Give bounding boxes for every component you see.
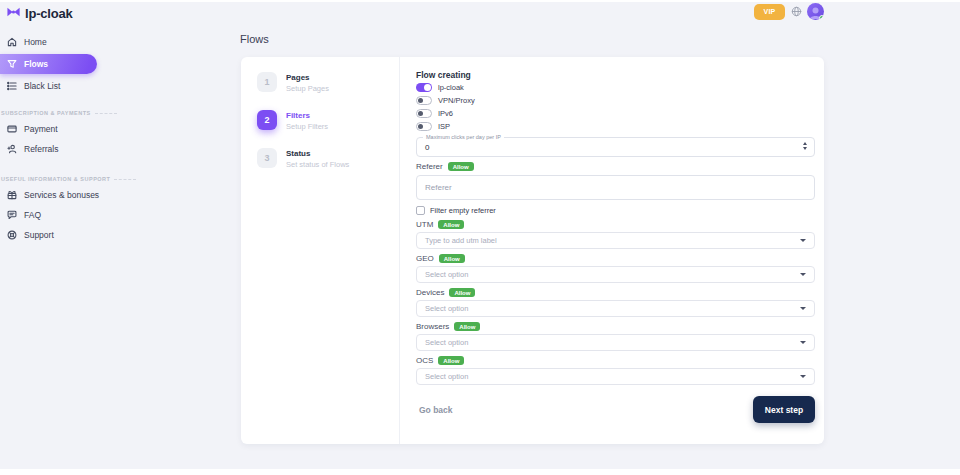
toggle-row-isp: ISP bbox=[416, 121, 815, 131]
credit-card-icon bbox=[7, 124, 17, 134]
go-back-button[interactable]: Go back bbox=[416, 405, 453, 415]
step-subtitle: Set status of Flows bbox=[286, 160, 349, 169]
devices-allow-badge[interactable]: Allow bbox=[449, 288, 475, 297]
form-footer: Go back Next step bbox=[416, 396, 815, 423]
sidebar-item-black-list[interactable]: Black List bbox=[0, 76, 230, 96]
devices-select[interactable]: Select option bbox=[416, 300, 815, 317]
chat-icon bbox=[7, 210, 17, 220]
browsers-allow-badge[interactable]: Allow bbox=[454, 322, 480, 331]
vip-button[interactable]: VIP bbox=[754, 4, 785, 20]
referer-label-row: Referer Allow bbox=[416, 162, 815, 171]
gift-icon bbox=[7, 190, 17, 200]
step-subtitle: Setup Filters bbox=[286, 122, 328, 131]
toggle-row-vpn-proxy: VPN/Proxy bbox=[416, 95, 815, 105]
sidebar: Home Flows Black List SUBSCRIPTION & PAY… bbox=[0, 32, 230, 245]
list-icon bbox=[7, 81, 17, 91]
step-pages[interactable]: 1 Pages Setup Pages bbox=[257, 72, 399, 93]
sidebar-item-referrals[interactable]: Referrals bbox=[0, 139, 230, 159]
step-title: Filters bbox=[286, 111, 328, 120]
ocs-label-row: OCS Allow bbox=[416, 356, 815, 365]
step-title: Status bbox=[286, 149, 349, 158]
flows-icon bbox=[7, 59, 17, 69]
step-subtitle: Setup Pages bbox=[286, 84, 329, 93]
home-icon bbox=[7, 37, 17, 47]
sidebar-item-services[interactable]: Services & bonuses bbox=[0, 185, 230, 205]
step-status[interactable]: 3 Status Set status of Flows bbox=[257, 148, 399, 169]
empty-referrer-checkbox[interactable] bbox=[416, 206, 425, 215]
next-step-button[interactable]: Next step bbox=[753, 396, 815, 423]
browsers-label-row: Browsers Allow bbox=[416, 322, 815, 331]
sidebar-item-payment[interactable]: Payment bbox=[0, 119, 230, 139]
ocs-select[interactable]: Select option bbox=[416, 368, 815, 385]
vpn-proxy-toggle[interactable] bbox=[416, 96, 432, 105]
logo-bowtie-icon bbox=[6, 4, 21, 22]
utm-label-row: UTM Allow bbox=[416, 220, 815, 229]
sidebar-item-faq[interactable]: FAQ bbox=[0, 205, 230, 225]
utm-select[interactable]: Type to add utm label bbox=[416, 232, 815, 249]
max-clicks-label: Maximum clicks per day per IP bbox=[423, 134, 504, 140]
ocs-allow-badge[interactable]: Allow bbox=[438, 356, 464, 365]
geo-allow-badge[interactable]: Allow bbox=[439, 254, 465, 263]
isp-toggle[interactable] bbox=[416, 122, 432, 131]
chevron-down-icon bbox=[800, 273, 806, 276]
geo-label-row: GEO Allow bbox=[416, 254, 815, 263]
lifebuoy-icon bbox=[7, 230, 17, 240]
page-title: Flows bbox=[240, 33, 269, 45]
max-clicks-field[interactable]: Maximum clicks per day per IP 0 bbox=[416, 137, 815, 157]
flow-creating-form: Flow creating lp-cloak VPN/Proxy IPv6 IS… bbox=[416, 57, 815, 423]
sidebar-item-flows[interactable]: Flows bbox=[0, 54, 97, 74]
stepper: 1 Pages Setup Pages 2 Filters Setup Filt… bbox=[241, 57, 399, 186]
sidebar-section-support: USEFUL INFORMATION & SUPPORT bbox=[0, 176, 230, 182]
app-logo[interactable]: lp-cloak bbox=[6, 4, 73, 22]
lp-cloak-toggle[interactable] bbox=[416, 83, 432, 92]
utm-allow-badge[interactable]: Allow bbox=[438, 220, 464, 229]
devices-label-row: Devices Allow bbox=[416, 288, 815, 297]
geo-select[interactable]: Select option bbox=[416, 266, 815, 283]
sidebar-item-home[interactable]: Home bbox=[0, 32, 230, 52]
referer-allow-badge[interactable]: Allow bbox=[448, 162, 474, 171]
user-avatar[interactable] bbox=[807, 3, 824, 20]
card-divider bbox=[399, 57, 400, 444]
browsers-select[interactable]: Select option bbox=[416, 334, 815, 351]
step-title: Pages bbox=[286, 73, 329, 82]
language-globe-icon[interactable] bbox=[790, 6, 802, 18]
sidebar-item-support[interactable]: Support bbox=[0, 225, 230, 245]
number-stepper-icon[interactable] bbox=[803, 142, 807, 150]
logo-text: lp-cloak bbox=[25, 6, 73, 21]
chevron-down-icon bbox=[800, 307, 806, 310]
filter-empty-referrer-row[interactable]: Filter empty referrer bbox=[416, 205, 815, 215]
online-status-dot bbox=[819, 15, 824, 20]
flow-creation-card: 1 Pages Setup Pages 2 Filters Setup Filt… bbox=[241, 57, 824, 444]
person-add-icon bbox=[7, 144, 17, 154]
referer-input[interactable] bbox=[416, 175, 815, 200]
top-divider bbox=[0, 0, 960, 2]
toggle-row-lp-cloak: lp-cloak bbox=[416, 82, 815, 92]
sidebar-section-subscription: SUBSCRIPTION & PAYMENTS bbox=[0, 110, 230, 116]
chevron-down-icon bbox=[800, 341, 806, 344]
bottom-strip bbox=[0, 469, 960, 475]
toggle-row-ipv6: IPv6 bbox=[416, 108, 815, 118]
ipv6-toggle[interactable] bbox=[416, 109, 432, 118]
chevron-down-icon bbox=[800, 239, 806, 242]
form-heading: Flow creating bbox=[416, 70, 815, 79]
max-clicks-value: 0 bbox=[417, 143, 429, 152]
step-filters[interactable]: 2 Filters Setup Filters bbox=[257, 110, 399, 131]
chevron-down-icon bbox=[800, 375, 806, 378]
